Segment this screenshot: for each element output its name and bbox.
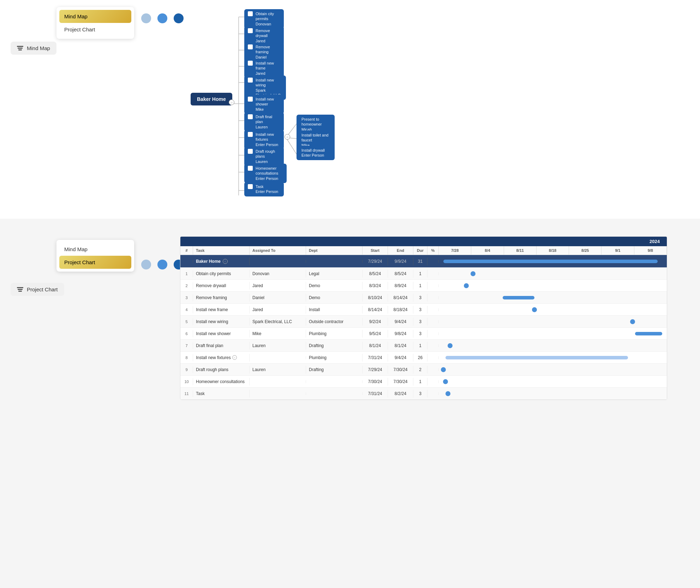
cell-dur-3: 3 bbox=[413, 294, 427, 302]
gantt-row-1: 1 Obtain city permits Donovan Legal 8/5/… bbox=[180, 268, 667, 280]
col-header-start: Start bbox=[363, 246, 388, 255]
cell-end-6: 9/8/24 bbox=[388, 330, 413, 338]
node-icon-9 bbox=[248, 149, 253, 154]
cell-start-11: 7/31/24 bbox=[363, 390, 388, 398]
node-icon-10 bbox=[248, 166, 253, 171]
gantt-row-7: 7 Draft final plan Lauren Drafting 8/1/2… bbox=[180, 340, 667, 352]
cell-assigned-11 bbox=[250, 392, 306, 395]
cell-end-1: 8/5/24 bbox=[388, 270, 413, 278]
cell-bar-6 bbox=[439, 332, 667, 335]
col-header-dur: Dur bbox=[413, 246, 427, 255]
cell-num-1: 1 bbox=[180, 270, 193, 277]
cell-dur-6: 3 bbox=[413, 330, 427, 338]
task-node-4[interactable]: Install new frameJared bbox=[244, 59, 284, 78]
cell-start-1: 8/5/24 bbox=[363, 270, 388, 278]
dropdown-item-projectchart-bottom[interactable]: Project Chart bbox=[59, 256, 131, 269]
cell-bar-11 bbox=[439, 392, 667, 395]
expand-circle-8[interactable]: ○ bbox=[285, 134, 290, 140]
cell-dept-5: Outside contractor bbox=[306, 318, 363, 326]
node-icon-2 bbox=[248, 28, 253, 33]
cell-task-8: Install new fixtures ○ bbox=[193, 354, 250, 362]
cell-dept-1: Legal bbox=[306, 270, 363, 278]
bottom-section: Mind Map Project Chart Project Chart 202… bbox=[0, 226, 700, 588]
task-node-1[interactable]: Obtain city permitsDonovan bbox=[244, 9, 284, 29]
dots-top bbox=[141, 13, 184, 23]
gantt-row-4: 4 Install new frame Jared Install 8/14/2… bbox=[180, 304, 667, 316]
cell-bar-1 bbox=[439, 272, 667, 275]
gantt-chart: 2024 # Task Assigned To Dept Start End D… bbox=[180, 236, 667, 400]
cell-end-0: 9/9/24 bbox=[388, 257, 413, 265]
node-icon-6 bbox=[248, 97, 253, 102]
projectchart-label-text: Project Chart bbox=[27, 286, 58, 292]
cell-assigned-1: Donovan bbox=[250, 270, 306, 278]
gantt-col-headers: # Task Assigned To Dept Start End Dur % … bbox=[180, 246, 667, 255]
cell-num-11: 11 bbox=[180, 390, 193, 397]
cell-bar-2 bbox=[439, 284, 667, 287]
cell-assigned-10 bbox=[250, 380, 306, 383]
cell-assigned-8 bbox=[250, 356, 306, 359]
task-node-11[interactable]: TaskEnter Person bbox=[244, 182, 284, 196]
cell-bar-4 bbox=[439, 308, 667, 311]
cell-start-9: 7/29/24 bbox=[363, 366, 388, 374]
mindmap-label-text-top: Mind Map bbox=[27, 45, 50, 51]
gantt-row-2: 2 Remove drywall Jared Demo 8/3/24 8/9/2… bbox=[180, 280, 667, 292]
cell-start-6: 9/5/24 bbox=[363, 330, 388, 338]
cell-bar-8 bbox=[439, 356, 667, 359]
week-header-4: 8/18 bbox=[537, 246, 569, 255]
layers-icon-top bbox=[17, 46, 23, 50]
cell-assigned-5: Spark Electrical, LLC bbox=[250, 318, 306, 326]
task-node-9[interactable]: Draft rough plansLauren bbox=[244, 147, 284, 166]
node-icon-7 bbox=[248, 114, 253, 119]
task-node-8[interactable]: Install new fixturesEnter Person bbox=[244, 130, 284, 149]
cell-pct-1 bbox=[427, 272, 439, 275]
cell-bar-3 bbox=[439, 296, 667, 299]
cell-pct-0 bbox=[427, 260, 439, 263]
cell-num-3: 3 bbox=[180, 294, 193, 301]
gantt-row-0: Baker Home ○ 7/29/24 9/9/24 31 bbox=[180, 255, 667, 268]
cell-pct-10 bbox=[427, 380, 439, 383]
cell-start-3: 8/10/24 bbox=[363, 294, 388, 302]
cell-num-9: 9 bbox=[180, 366, 193, 373]
cell-task-10: Homeowner consultations bbox=[193, 378, 250, 386]
cell-end-8: 9/4/24 bbox=[388, 354, 413, 362]
dropdown-menu-top: Mind Map Project Chart bbox=[56, 7, 134, 39]
cell-pct-3 bbox=[427, 296, 439, 299]
gantt-row-8: 8 Install new fixtures ○ Plumbing 7/31/2… bbox=[180, 352, 667, 364]
dropdown-item-mindmap-bottom[interactable]: Mind Map bbox=[59, 243, 131, 256]
cell-end-4: 8/18/24 bbox=[388, 306, 413, 314]
gantt-row-11: 11 Task 7/31/24 8/2/24 3 bbox=[180, 388, 667, 400]
expand-circle-baker[interactable]: ○ bbox=[229, 99, 234, 105]
task-node-7[interactable]: Draft final planLauren bbox=[244, 112, 284, 132]
cell-assigned-0 bbox=[250, 260, 306, 263]
cell-start-0: 7/29/24 bbox=[363, 257, 388, 265]
task-node-secondary-3[interactable]: Install drywallEnter Person bbox=[297, 146, 335, 160]
cell-end-7: 8/1/24 bbox=[388, 342, 413, 350]
cell-num-2: 2 bbox=[180, 282, 193, 289]
task-node-10[interactable]: Homeowner consultationsEnter Person bbox=[244, 164, 287, 183]
cell-num-4: 4 bbox=[180, 306, 193, 313]
node-icon-11 bbox=[248, 184, 253, 189]
col-header-num: # bbox=[180, 246, 193, 255]
task-node-6[interactable]: Install new showerMike bbox=[244, 95, 284, 114]
cell-task-2: Remove drywall bbox=[193, 282, 250, 290]
baker-home-node[interactable]: Baker Home bbox=[191, 93, 232, 105]
cell-pct-11 bbox=[427, 392, 439, 395]
cell-start-2: 8/3/24 bbox=[363, 282, 388, 290]
week-header-2: 8/4 bbox=[471, 246, 504, 255]
cell-dept-11 bbox=[306, 392, 363, 395]
cell-dur-0: 31 bbox=[413, 257, 427, 265]
dropdown-menu-bottom: Mind Map Project Chart bbox=[56, 240, 134, 272]
dropdown-item-mindmap-top[interactable]: Mind Map bbox=[59, 10, 131, 23]
mindmap-label-top: Mind Map bbox=[11, 42, 56, 55]
top-section: Mind Map Project Chart Mind Map bbox=[0, 0, 700, 219]
cell-assigned-6: Mike bbox=[250, 330, 306, 338]
dropdown-item-projectchart-top[interactable]: Project Chart bbox=[59, 23, 131, 36]
cell-start-7: 8/1/24 bbox=[363, 342, 388, 350]
svg-line-15 bbox=[286, 138, 297, 154]
gantt-year-header: 2024 bbox=[180, 237, 667, 246]
week-header-1: 7/28 bbox=[439, 246, 471, 255]
cell-end-2: 8/9/24 bbox=[388, 282, 413, 290]
col-header-assigned: Assigned To bbox=[250, 246, 306, 255]
cell-task-4: Install new frame bbox=[193, 306, 250, 314]
cell-num-6: 6 bbox=[180, 330, 193, 337]
